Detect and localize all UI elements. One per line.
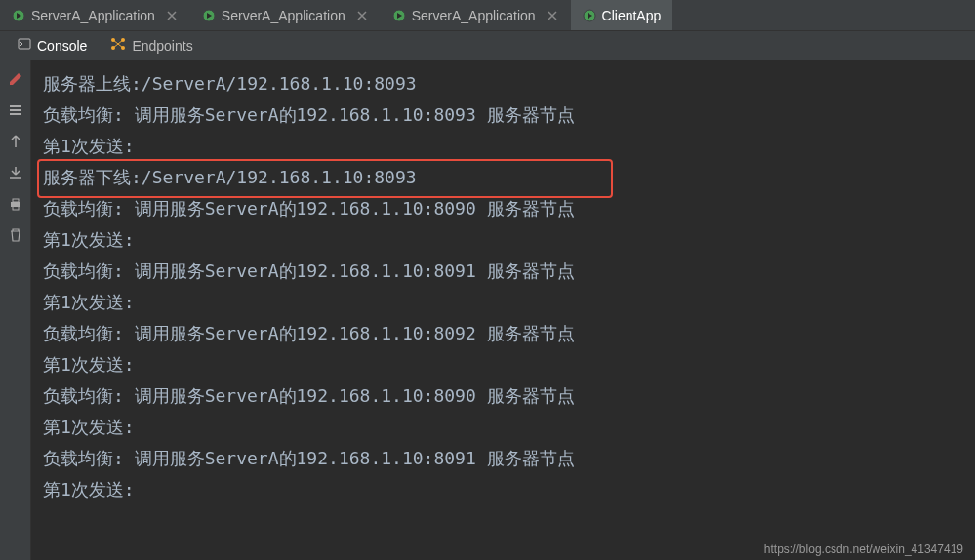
console-line: 第1次发送: [43,474,963,505]
tab-label: ServerA_Application [412,8,536,23]
run-config-icon [583,9,596,22]
run-config-icon [202,9,216,22]
tab-server-a-3[interactable]: ServerA_Application [381,0,571,30]
close-icon[interactable] [165,9,179,22]
tab-server-a-1[interactable]: ServerA_Application [0,0,190,30]
console-icon [18,37,31,54]
console-tab[interactable]: Console [6,31,99,60]
edit-icon[interactable] [7,70,24,88]
close-icon[interactable] [546,9,559,22]
svg-rect-17 [13,199,19,202]
console-line: 服务器下线:/ServerA/192.168.1.10:8093 [43,162,963,193]
tab-label: ServerA_Application [31,8,155,23]
console-line: 第1次发送: [43,412,963,443]
console-line: 第1次发送: [43,224,963,256]
console-output[interactable]: 服务器上线:/ServerA/192.168.1.10:8093 负载均衡: 调… [31,60,975,560]
console-line: 负载均衡: 调用服务ServerA的192.168.1.10:8090 服务器节… [43,193,963,224]
console-line: 负载均衡: 调用服务ServerA的192.168.1.10:8093 服务器节… [43,100,963,131]
print-icon[interactable] [7,195,24,213]
main-area: 服务器上线:/ServerA/192.168.1.10:8093 负载均衡: 调… [0,60,975,560]
endpoints-icon [110,37,126,54]
console-label: Console [37,38,87,54]
console-line: 负载均衡: 调用服务ServerA的192.168.1.10:8091 服务器节… [43,256,963,287]
console-line: 负载均衡: 调用服务ServerA的192.168.1.10:8092 服务器节… [43,318,963,349]
trash-icon[interactable] [7,226,24,244]
close-icon[interactable] [355,9,369,22]
run-config-icon [12,9,25,22]
run-config-icon [392,9,406,22]
svg-rect-8 [19,39,30,49]
tab-label: ServerA_Application [222,8,345,23]
svg-rect-13 [10,105,21,107]
svg-rect-15 [10,113,21,115]
watermark: https://blog.csdn.net/weixin_41347419 [764,542,963,556]
endpoints-tab[interactable]: Endpoints [99,31,204,60]
console-line: 服务器上线:/ServerA/192.168.1.10:8093 [43,68,963,100]
download-icon[interactable] [7,164,24,181]
tab-client-app[interactable]: ClientApp [571,0,673,30]
gutter [0,60,31,560]
console-line: 负载均衡: 调用服务ServerA的192.168.1.10:8090 服务器节… [43,380,963,412]
tab-server-a-2[interactable]: ServerA_Application [190,0,381,30]
settings-icon[interactable] [7,101,24,119]
console-line: 负载均衡: 调用服务ServerA的192.168.1.10:8091 服务器节… [43,443,963,474]
svg-rect-14 [10,109,21,111]
up-arrow-icon[interactable] [7,133,24,150]
console-line: 第1次发送: [43,349,963,380]
tool-toolbar: Console Endpoints [0,31,975,60]
endpoints-label: Endpoints [132,38,192,54]
tab-label: ClientApp [602,8,662,23]
console-line: 第1次发送: [43,287,963,318]
console-line: 第1次发送: [43,131,963,162]
tabs-bar: ServerA_Application ServerA_Application … [0,0,975,31]
